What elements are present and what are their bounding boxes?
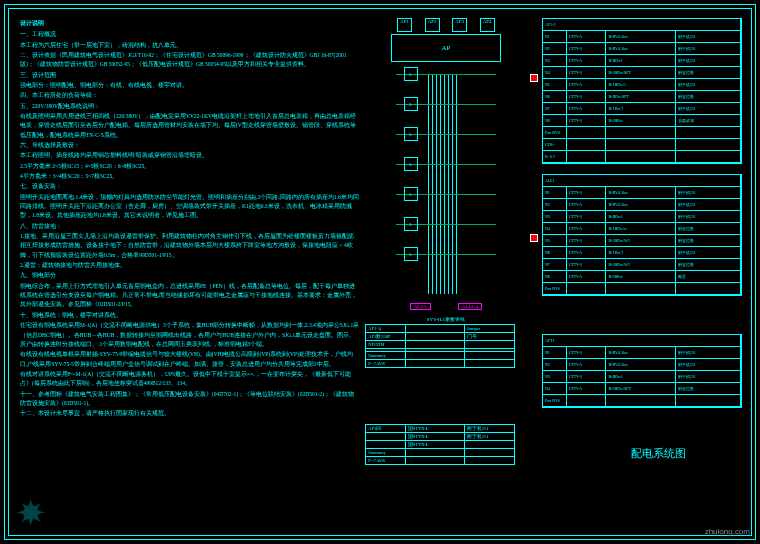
riser-diagram: AP1-5ALE1-4 SYV-IL1索敷管线 LLLLLLL [396,74,496,294]
riser-diagram-area: AP1AP2AP3AP4 AP AP1-5ALE1-4 SYV-IL1索敷管线 … [365,14,526,530]
drawing-content: 设计说明 一、工程概况本工程为六层住宅（带一层地下室），砖混结构，抗八单元。二、… [14,14,746,530]
floor-box: L [404,67,418,81]
panel-row: N1CPTV-5B-BV0.5kw附于机251 [543,187,741,199]
spec-line: 照明开关距地面离地.1.4米设，顶棚内灯具均选用防水防尘节能灯光管。照明和插座分… [20,193,359,221]
spec-line: 五、220V/380V配电系统说明： [20,102,359,111]
panel-cell [567,151,607,162]
panel-row: N2CPTV-5B-BV0.5kw附于机251 [543,199,741,211]
panel-cell: CPTV-5 [567,359,607,370]
spec-line: 4平方毫米：3~4根SC20；5~7根SC25。 [20,172,359,181]
watermark: zhulong.com [705,527,750,536]
panel-cell: B-BV0.5kw [606,359,675,370]
panel-cell: CPTV-5 [567,199,607,210]
panel-cell: B-RDw/SPT [606,91,675,102]
table-cell: Summary [366,352,405,359]
table-cell [406,333,465,340]
spec-line: 住宅设有弱电系统采用M-1(A)（交流不间断电源供电）3个子系统，集HUB部分转… [20,321,359,349]
panel-row: Pon BV0 [543,395,741,407]
table-row: NFGHM [366,341,514,349]
panel-cell: 我喜欢调 [676,115,741,126]
table-cell [465,352,514,359]
panel-cell: B-3BDw/W2 [606,259,675,270]
panel-cell [606,283,675,294]
panel-cell: Pon BV0 [543,127,567,138]
compass-decoration: ✦ ✦ [6,488,56,538]
panel-cell: B-BV0.5kw [606,187,675,198]
ap-terminal: AP4 [480,18,495,32]
panel-cell: 附于机251 [676,359,741,370]
panel-cell: N2 [543,199,567,210]
panel-row: N8CPTV-5B-2BRw我喜欢调 [543,115,741,127]
panel-cell [606,151,675,162]
panel-cell: B-BDw1 [606,211,675,222]
spec-line: 1.接地、采用沿屋三面女儿墙上沿均装设避雷带保护。利用建筑物柱内对角主钢作引下线… [20,232,359,260]
spec-line: 本工程照明、插座线路均采用铜芯塑料线明/暗装或穿钢管沿墙埋暗设。 [20,151,359,160]
panel-cell: N5 [543,79,567,90]
spec-line: 有线对讲系统采用F~-M-1(A)（交流不间断电源务机），UPS最久。设低中下线… [20,370,359,389]
panel-cell: N1 [543,187,567,198]
floor-box: L [404,247,418,261]
panel-cell: CPTV-5 [567,187,607,198]
panel-cell [567,395,607,406]
spec-header: 设计说明 [20,18,359,28]
panel-cell: CPTV-5 [567,271,607,282]
panel-cell [606,395,675,406]
panel-cell: CPTV-5 [567,383,607,394]
table-row: P=7.5kW [366,457,514,464]
panel-cell: N6 [543,247,567,258]
panel-cell: N2 [543,43,567,54]
equipment-table-2: AP1回国STYR-L附于机251国STYR-L附于机251国STYR-LSum… [365,424,515,465]
panel-row: N6CPTV-5B-RDw/SPT附定位数 [543,91,741,103]
junction-marker [530,74,538,82]
spec-line: 七、设备安装： [20,182,359,191]
panel-schedule-ale1: ALE1N1CPTV-5B-BV0.5kw附于机251N2CPTV-5B-BV0… [542,174,742,296]
panel-cell: N1 [543,347,567,358]
panel-cell: 附定位数 [676,91,741,102]
panel-cell [676,283,741,294]
panel-cell [676,395,741,406]
floor-box: L [404,157,418,171]
panel-cell: CPTV-5 [567,211,607,222]
panel-cell: B-BV0.5kw [606,43,675,54]
panel-cell: CPTV-5 [567,55,607,66]
panel-cell: B-BV0.5kw [606,347,675,358]
panel-cell: 都是 [676,271,741,282]
junction-marker [530,234,538,242]
panel-cell: N2 [543,359,567,370]
table-cell [465,457,514,464]
panel-cell [676,127,741,138]
spec-line: 2.避雷：建筑物接地与防雷共用接地体。 [20,261,359,270]
panel-row: N4CPTV-5B-3BDw/SPT附定位数 [543,383,741,395]
panel-cell: B-BV0.5kw [606,31,675,42]
panel-cell: Pon BV0 [543,395,567,406]
spec-line: 十二、本设计未尽事宜，请严格执行国家现行有关规范。 [20,409,359,418]
spec-line: 二、设计依据《民用建筑电气设计规范》JGJ/T16-92；《住宅设计规范》GB … [20,51,359,70]
table-cell: 国STYR-L [406,441,465,448]
floor-box: L [404,187,418,201]
panel-cell: 附于机251 [676,55,741,66]
panel-cell: 附于机251 [676,211,741,222]
ap-terminals: AP1AP2AP3AP4 [391,18,501,32]
panel-header: AP1-3 [543,19,741,31]
spec-line: 十一、参考国标《建筑电气安装工程图集》；《常用低压配电设备安装》(04D702-… [20,390,359,409]
specifications-text: 设计说明 一、工程概况本工程为六层住宅（带一层地下室），砖混结构，抗八单元。二、… [14,14,365,530]
table-cell [406,449,465,456]
spec-line: 三、设计范围 [20,71,359,80]
panel-cell: N6 [543,91,567,102]
panel-row: COS= [543,139,741,151]
riser-label: SYV-IL1索敷管线 [396,316,496,322]
table-cell: P=7.5kW [366,360,405,367]
panel-cell: K=0.7 [543,151,567,162]
spec-line: 十、弱电系统：弱电，楼宇对讲系统。 [20,311,359,320]
table-cell [366,441,405,448]
panel-cell: B-1Dw/1 [606,103,675,114]
panel-row: N1CPTV-5B-BV0.5kw附于机251 [543,347,741,359]
riser-terminal: ALE1-4 [458,303,482,310]
panel-row: Pon BV0 [543,283,741,295]
panel-cell: 附于机251 [676,187,741,198]
panel-cell: N4 [543,383,567,394]
equipment-table-1: AP1~4JumperAP1数256P门号NFGHMSummaryP=7.5kW [365,324,515,368]
panel-row: N2CPTV-5B-BV0.5kw附于机251 [543,359,741,371]
ap-terminal: AP2 [425,18,440,32]
panel-schedule-ap1: AP1-3N1CPTV-5B-BV0.5kw附于机251N2CPTV-5B-BV… [542,18,742,164]
